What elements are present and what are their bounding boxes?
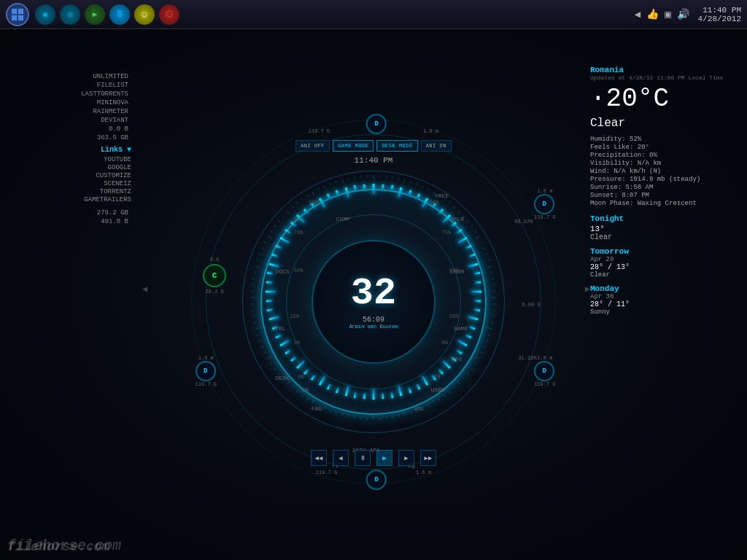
left-storage-1: 0.0 B xyxy=(7,125,131,133)
mode-ani-on[interactable]: ANI ON xyxy=(421,140,452,152)
weather-temperature: ·20°C xyxy=(590,84,736,114)
weather-wind: Wind: N/A km/h (N) xyxy=(590,168,736,175)
nav-right-arrow[interactable]: ▶ xyxy=(585,284,590,295)
forecast-section: Tomorrow Apr 29 28° / 13° Clear Monday A… xyxy=(590,247,736,316)
tonight-cond: Clear xyxy=(590,233,736,241)
forecast-tomorrow: Tomorrow Apr 29 28° / 13° Clear xyxy=(590,247,736,279)
display-icon[interactable]: ▣ xyxy=(665,8,670,20)
network-taskbar-icon[interactable]: ◎ xyxy=(60,4,80,25)
mode-desk[interactable]: DESK MODE xyxy=(376,140,417,152)
link-customize[interactable]: CUSTOMIZE xyxy=(7,172,131,179)
weather-updated: Updated at 4/28/12 11:00 PM Local Time xyxy=(590,74,736,81)
forecast-monday-label: Monday xyxy=(590,284,736,293)
mode-buttons: ANI OFF GAME MODE DESK MODE ANI ON xyxy=(295,140,452,152)
d-indicator-top-right: 1.8 m D 119.7 G xyxy=(534,188,555,220)
svg-rect-1 xyxy=(18,9,23,14)
weather-pressure: Pressure: 1014.9 mb (steady) xyxy=(590,176,736,183)
forecast-tomorrow-cond: Clear xyxy=(590,271,736,279)
main-area: UNLIMITED FILELIST LASTTORRENTS MININOVA… xyxy=(0,29,747,560)
taskbar-time-value: 11:40 PM xyxy=(698,6,741,15)
volume-icon[interactable]: 🔊 xyxy=(677,8,689,20)
weather-condition: Clear xyxy=(590,117,736,130)
weather-moon: Moon Phase: Waxing Crescent xyxy=(590,200,736,207)
thumb-icon[interactable]: 👍 xyxy=(646,8,659,20)
playback-controls: ◀◀ ◀ ⏸ ▶ ▶ ▶▶ xyxy=(311,450,436,466)
forecast-monday-temp: 28° / 11° xyxy=(590,300,736,308)
prev-button[interactable]: ◀ xyxy=(333,450,349,466)
d-bl-top: 1.8 m xyxy=(196,355,217,361)
d-tr-circle: D xyxy=(534,194,554,214)
svg-rect-2 xyxy=(12,15,17,20)
taskbar: ◉ ◎ ▶ S ☺ ⬡ ◀ 👍 ▣ 🔊 11:40 PM 4/28/2012 xyxy=(0,0,747,29)
link-torrentz[interactable]: TORRENTZ xyxy=(7,188,131,195)
play-button[interactable]: ▶ xyxy=(376,450,392,466)
d-bl-circle: D xyxy=(196,361,216,381)
bottom-val-left: 119.7 G xyxy=(316,470,337,475)
top-val-right: 1.8 m xyxy=(423,128,438,134)
link-youtube[interactable]: YOUTUBE xyxy=(7,156,131,163)
d-tr-bottom: 119.7 G xyxy=(534,214,555,220)
storage-label-2: 491.0 B xyxy=(7,218,131,225)
taskbar-date-value: 4/28/2012 xyxy=(698,15,741,23)
top-indicators: 119.7 G D 1.8 m xyxy=(309,114,438,134)
storage-label-1: 279.2 GB xyxy=(7,209,131,217)
mode-ani-off[interactable]: ANI OFF xyxy=(295,140,330,152)
link-google[interactable]: GOOGLE xyxy=(7,164,131,171)
weather-feels-like: Feels Like: 20° xyxy=(590,144,736,151)
left-item-unlimited[interactable]: UNLIMITED xyxy=(7,73,131,80)
hud-center: ANI OFF GAME MODE DESK MODE ANI ON 11:40… xyxy=(184,112,563,491)
left-panel: UNLIMITED FILELIST LASTTORRENTS MININOVA… xyxy=(7,73,131,227)
bottom-val-right: 1.8 m xyxy=(416,470,431,475)
links-header[interactable]: Links ▼ xyxy=(7,146,131,154)
left-item-lasttorrents[interactable]: LASTTORRENTS xyxy=(7,90,131,98)
c-circle: C xyxy=(203,264,226,287)
pct-6: 6.00 G xyxy=(522,302,541,308)
d-br-circle: D xyxy=(534,361,554,381)
nav-left-arrow[interactable]: ◀ xyxy=(142,284,147,295)
mode-game[interactable]: GAME MODE xyxy=(333,140,374,152)
link-scenez[interactable]: SCENEIZ xyxy=(7,180,131,187)
left-item-deviant[interactable]: DEVIANT xyxy=(7,117,131,124)
browser-taskbar-icon[interactable]: ◉ xyxy=(35,4,55,25)
forward-button[interactable]: ▶▶ xyxy=(420,450,436,466)
weather-sunrise: Sunrise: 5:58 AM xyxy=(590,184,736,191)
d-bl-bottom: 119.7 G xyxy=(196,381,217,387)
link-gametrailers[interactable]: GAMETRAILERS xyxy=(7,196,131,203)
d-br-top: 1.8 m xyxy=(534,355,555,361)
back-arrow-icon[interactable]: ◀ xyxy=(635,8,640,20)
svg-rect-0 xyxy=(12,9,17,14)
play-taskbar-icon[interactable]: ▶ xyxy=(85,4,105,25)
weather-humidity: Humidity: 52% xyxy=(590,136,736,143)
next-button[interactable]: ▶ xyxy=(398,450,414,466)
forecast-monday-date: Apr 30 xyxy=(590,293,736,300)
d-tr-top: 1.8 m xyxy=(534,188,555,194)
pct-31: 31.18% xyxy=(518,355,536,361)
pause-button[interactable]: ⏸ xyxy=(355,450,371,466)
forecast-tomorrow-label: Tomorrow xyxy=(590,247,736,256)
svg-rect-3 xyxy=(18,15,23,20)
weather-panel: Romania Updated at 4/28/12 11:00 PM Loca… xyxy=(590,66,736,322)
app-taskbar-icon[interactable]: ⬡ xyxy=(159,4,179,25)
left-item-mininova[interactable]: MININOVA xyxy=(7,99,131,106)
forecast-monday: Monday Apr 30 28° / 11° Sunny xyxy=(590,284,736,316)
start-button[interactable] xyxy=(6,3,29,26)
c-indicator-area: 0.0 C 29.2 G xyxy=(203,257,226,295)
left-item-rainmeter[interactable]: RAINMETER xyxy=(7,108,131,115)
left-item-filelist[interactable]: FILELIST xyxy=(7,82,131,89)
taskbar-right: ◀ 👍 ▣ 🔊 11:40 PM 4/28/2012 xyxy=(635,6,741,23)
pct-68: 68.82% xyxy=(514,219,533,225)
d-indicator-bottom-left: 1.8 m D 119.7 G xyxy=(196,355,217,387)
rewind-button[interactable]: ◀◀ xyxy=(311,450,327,466)
c-top-val: 0.0 xyxy=(203,257,226,262)
d-indicator-bottom-right: 1.8 m D 119.7 G xyxy=(534,355,555,387)
tonight-section: Tonight 13° Clear xyxy=(590,214,736,241)
weather-location: Romania xyxy=(590,66,736,74)
skype-taskbar-icon[interactable]: S xyxy=(109,4,130,25)
top-d-circle: D xyxy=(366,114,387,134)
c-bottom-val: 29.2 G xyxy=(203,289,226,295)
forecast-tomorrow-temp: 28° / 13° xyxy=(590,263,736,271)
emoji-taskbar-icon[interactable]: ☺ xyxy=(134,4,155,25)
filehorse-watermark: filehorse.com xyxy=(7,540,109,554)
bottom-d-circle: D xyxy=(366,470,387,490)
forecast-tomorrow-date: Apr 29 xyxy=(590,256,736,263)
